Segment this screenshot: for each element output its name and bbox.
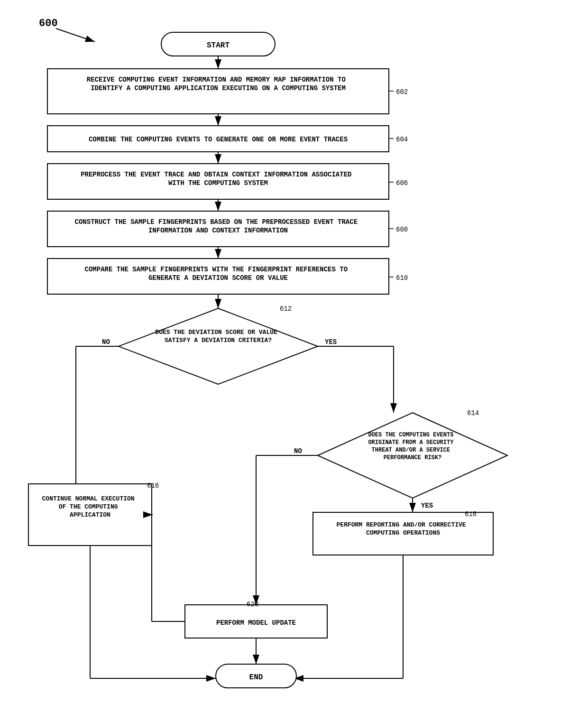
ref-614: 614	[467, 409, 479, 417]
yes-label-612: YES	[325, 338, 337, 346]
label-620: PERFORM MODEL UPDATE	[216, 619, 296, 627]
diamond-612	[119, 308, 318, 384]
flowchart-svg: 600 START RECEIVE COMPUTING EVENT INFORM…	[0, 0, 588, 722]
ref-620: 620	[247, 601, 258, 608]
label-arrow	[56, 28, 95, 42]
ref-610: 610	[396, 274, 408, 282]
ref-604: 604	[396, 136, 408, 143]
no-label-614: NO	[294, 447, 302, 455]
yes-label-614: YES	[421, 502, 433, 509]
end-label: END	[249, 673, 263, 682]
start-label: START	[207, 41, 230, 50]
ref-616: 616	[147, 482, 159, 490]
no-label-612: NO	[102, 338, 110, 346]
ref-606: 606	[396, 179, 408, 187]
ref-618: 618	[465, 510, 477, 518]
label-604: COMBINE THE COMPUTING EVENTS TO GENERATE…	[89, 136, 348, 143]
ref-602: 602	[396, 88, 408, 96]
ref-612: 612	[280, 305, 292, 313]
diagram-container: 600 START RECEIVE COMPUTING EVENT INFORM…	[0, 0, 588, 722]
ref-608: 608	[396, 226, 408, 233]
diagram-label: 600	[39, 18, 58, 29]
